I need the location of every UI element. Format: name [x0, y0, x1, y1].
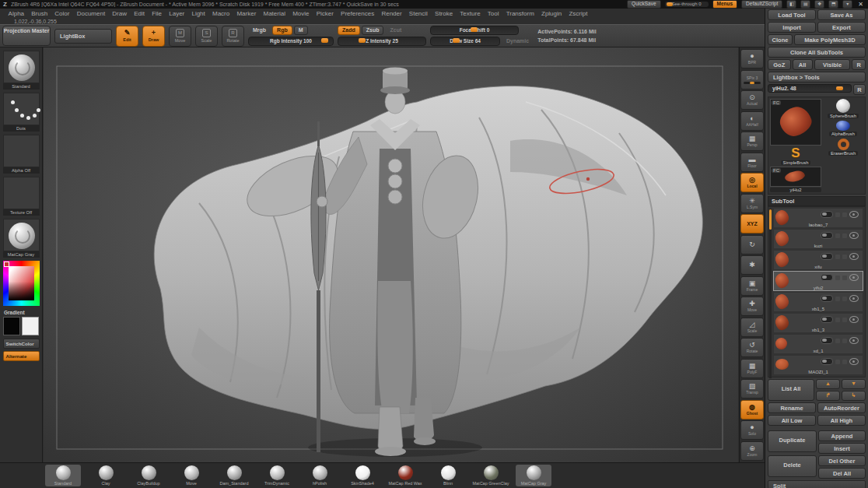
eraser-brush-item[interactable]: EraserBrush — [823, 139, 863, 156]
menu-zscript[interactable]: Zscript — [565, 10, 591, 17]
simple-brush-item[interactable]: S SimpleBrush — [770, 147, 821, 165]
alternate-button[interactable]: Alternate — [3, 351, 40, 361]
subtool-row[interactable]: laobao_7 — [773, 208, 863, 228]
subtool-row[interactable]: xb1_3 — [773, 313, 863, 333]
goz-visible-button[interactable]: Visible — [814, 59, 851, 70]
current-material-well[interactable]: MatCap Gray — [3, 219, 40, 258]
zoom-button[interactable]: ⊕Zoom — [740, 441, 764, 461]
tray-claybuildup[interactable]: ClayBuildup — [131, 465, 166, 486]
polypaint-toggle[interactable] — [821, 295, 833, 302]
menu-transform[interactable]: Transform — [502, 10, 537, 17]
tray-standard[interactable]: Standard — [45, 465, 81, 486]
tool-name-thumb[interactable] — [836, 86, 843, 90]
menu-layer[interactable]: Layer — [166, 10, 188, 17]
clone-all-subtools-button[interactable]: Clone All SubTools — [768, 47, 866, 58]
menu-alpha[interactable]: Alpha — [5, 10, 28, 17]
tray-hpolish[interactable]: hPolish — [302, 465, 338, 486]
menu-movie[interactable]: Movie — [289, 10, 313, 17]
z-intensity-thumb[interactable] — [359, 38, 366, 43]
visibility-eye-icon[interactable] — [849, 295, 859, 302]
visibility-eye-icon[interactable] — [849, 274, 859, 281]
polypaint-toggle[interactable] — [821, 358, 833, 365]
menu-zplugin[interactable]: Zplugin — [537, 10, 565, 17]
subtool-scrollbar[interactable] — [769, 209, 772, 378]
list-all-button[interactable]: List All — [768, 379, 814, 401]
tray-matcap-red-wax[interactable]: MatCap Red Wax — [387, 465, 423, 486]
menu-draw[interactable]: Draw — [109, 10, 131, 17]
tray-trimdynamic[interactable]: TrimDynamic — [259, 465, 295, 486]
autoreorder-button[interactable]: AutoReorder — [817, 402, 866, 413]
edit-mode-button[interactable]: ✎ Edit — [116, 26, 138, 47]
ui-panels-icon[interactable]: ▤ — [800, 0, 810, 9]
duplicate-button[interactable]: Duplicate — [768, 430, 817, 452]
menu-tool[interactable]: Tool — [484, 10, 502, 17]
make-polymesh3d-button[interactable]: Make PolyMesh3D — [794, 34, 866, 45]
subtool-row[interactable]: xb1_5 — [773, 292, 863, 312]
menu-stroke[interactable]: Stroke — [431, 10, 456, 17]
ui-dropdown-icon[interactable]: ▾ — [842, 0, 852, 9]
polypaint-toggle[interactable] — [821, 274, 833, 281]
visibility-eye-icon[interactable] — [849, 253, 859, 260]
move-mode-button[interactable]: M Move — [169, 26, 191, 47]
focal-shift-thumb[interactable] — [471, 27, 478, 32]
current-texture-well[interactable]: Texture Off — [3, 177, 40, 216]
polypaint-toggle[interactable] — [821, 253, 833, 260]
menu-picker[interactable]: Picker — [313, 10, 337, 17]
xyz-button[interactable]: XYZ — [740, 214, 764, 233]
switchcolor-button[interactable]: SwitchColor — [3, 339, 40, 349]
menu-brush[interactable]: Brush — [28, 10, 51, 17]
visibility-eye-icon[interactable] — [849, 232, 859, 239]
rotate-mode-button[interactable]: R Rotate — [222, 26, 244, 47]
zadd-toggle[interactable]: Zadd — [338, 26, 360, 35]
quicksave-button[interactable]: QuickSave — [627, 0, 660, 9]
scale-mode-button[interactable]: S Scale — [195, 26, 218, 47]
rename-button[interactable]: Rename — [768, 402, 816, 413]
del-other-button[interactable]: Del Other — [818, 455, 866, 466]
split-section[interactable]: Split — [768, 480, 866, 488]
goz-r-button[interactable]: R — [852, 59, 866, 70]
ui-config-icon[interactable]: ❖ — [814, 0, 824, 9]
all-high-button[interactable]: All High — [817, 415, 866, 426]
spix-slider[interactable]: SPix 3 — [740, 70, 764, 90]
floor-button[interactable]: ▬Floor — [740, 153, 764, 172]
projection-master-button[interactable]: Projection Master — [2, 26, 51, 46]
subtool-up-button[interactable]: ▲ — [816, 379, 840, 389]
close-icon[interactable]: ✕ — [856, 1, 865, 8]
draw-size-slider[interactable]: Draw Size 64 — [430, 37, 500, 46]
menu-light[interactable]: Light — [188, 10, 209, 17]
nav-move-button[interactable]: ✚Move — [740, 297, 764, 316]
subtool-move-down-button[interactable]: ↳ — [842, 391, 866, 401]
del-all-button[interactable]: Del All — [818, 468, 866, 479]
lsym-button[interactable]: ✳L.Sym — [740, 194, 764, 213]
see-through-thumb[interactable] — [667, 2, 673, 6]
nav-rotate-button[interactable]: ↺Rotate — [740, 338, 764, 357]
spix-track[interactable] — [744, 82, 761, 84]
subtool-row[interactable]: xifu — [773, 250, 863, 270]
tray-matcap-gray[interactable]: MatCap Gray — [516, 465, 551, 486]
spix-thumb[interactable] — [750, 82, 754, 84]
visibility-eye-icon[interactable] — [849, 211, 859, 218]
tray-move[interactable]: Move — [173, 465, 209, 486]
m-toggle[interactable]: M — [294, 26, 308, 35]
menu-texture[interactable]: Texture — [457, 10, 484, 17]
subtool-row[interactable]: MAOZI_1 — [773, 355, 863, 375]
polypaint-toggle[interactable] — [821, 337, 833, 344]
dynamic-toggle[interactable]: Dynamic — [502, 37, 534, 46]
subtool-row[interactable]: xd_1 — [773, 334, 863, 354]
main-color-swatch[interactable] — [3, 317, 20, 335]
menu-marker[interactable]: Marker — [233, 10, 260, 17]
delete-button[interactable]: Delete — [768, 455, 817, 477]
subtool-move-up-button[interactable]: ↱ — [816, 391, 840, 401]
goz-button[interactable]: GoZ — [768, 59, 791, 70]
visibility-eye-icon[interactable] — [849, 358, 859, 365]
all-low-button[interactable]: All Low — [768, 415, 816, 426]
import-button[interactable]: Import — [768, 22, 816, 33]
current-stroke-well[interactable]: Dots — [3, 93, 40, 132]
tray-blinn[interactable]: Blinn — [430, 465, 466, 486]
secondary-color-swatch[interactable] — [22, 317, 39, 335]
draw-mode-button[interactable]: + Draw — [142, 26, 165, 47]
subtool-section-header[interactable]: SubTool — [768, 196, 866, 206]
menu-macro[interactable]: Macro — [208, 10, 233, 17]
mrgb-toggle[interactable]: Mrgb — [248, 26, 271, 35]
menu-material[interactable]: Material — [260, 10, 289, 17]
